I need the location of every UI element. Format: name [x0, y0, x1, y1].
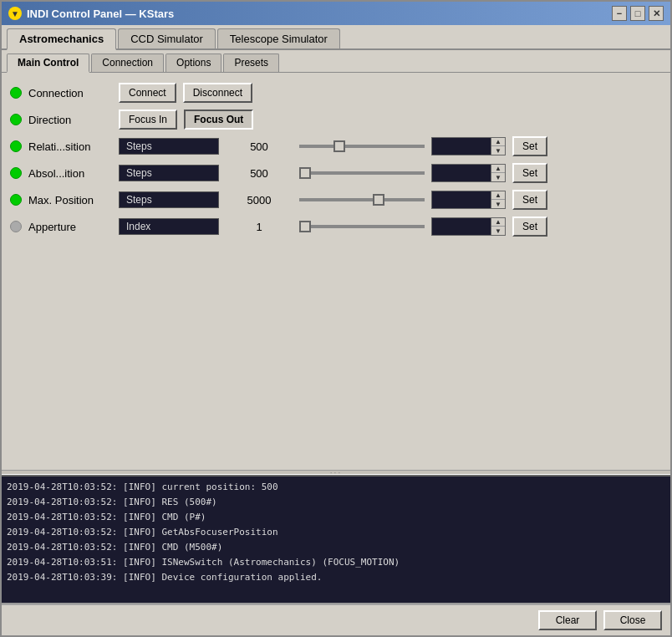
absolute-unit-dropdown[interactable]: Steps [119, 165, 219, 181]
apperture-spin-down[interactable]: ▼ [491, 227, 505, 235]
window-title: INDI Control Panel — KStars [27, 8, 174, 20]
content-area: Connection Connect Disconnect Direction … [2, 73, 670, 470]
tab-connection[interactable]: Connection [91, 54, 164, 72]
log-line-1: 2019-04-28T10:03:52: [INFO] RES (500#) [7, 495, 665, 510]
absolute-slider[interactable] [299, 171, 425, 175]
max-position-set-button[interactable]: Set [512, 190, 547, 210]
title-bar-left: ▼ INDI Control Panel — KStars [8, 7, 174, 20]
tab-presets[interactable]: Presets [223, 54, 279, 72]
absolute-spin-up[interactable]: ▲ [491, 165, 505, 173]
inner-tab-bar: Main Control Connection Options Presets [2, 50, 670, 73]
apperture-slider[interactable] [299, 225, 425, 228]
relative-spinbox-arrows: ▲ ▼ [491, 138, 505, 155]
log-line-4: 2019-04-28T10:03:52: [INFO] CMD (M500#) [7, 540, 665, 555]
max-position-spin-down[interactable]: ▼ [491, 200, 505, 208]
max-position-row: Max. Position Steps 5000 5000,00 ▲ ▼ Set [10, 188, 662, 211]
log-area: 2019-04-28T10:03:52: [INFO] current posi… [2, 475, 670, 604]
apperture-unit-dropdown[interactable]: Index [119, 218, 219, 235]
log-line-3: 2019-04-28T10:03:52: [INFO] GetAbsFocuse… [7, 525, 665, 540]
focus-out-button[interactable]: Focus Out [184, 110, 253, 130]
absolute-spinbox-input[interactable]: 0,000 [432, 166, 491, 181]
apperture-label: Apperture [28, 221, 112, 233]
app-icon: ▼ [8, 7, 22, 20]
apperture-status-dot [10, 221, 22, 232]
apperture-slider-container [299, 225, 425, 228]
apperture-value: 1 [226, 221, 293, 233]
title-bar-buttons: − □ ✕ [612, 6, 664, 21]
direction-status-dot [10, 114, 22, 125]
absolute-spinbox: 0,000 ▲ ▼ [431, 164, 506, 182]
relative-unit-dropdown[interactable]: Steps [119, 138, 219, 155]
relative-spin-down[interactable]: ▼ [491, 146, 505, 155]
absolute-slider-container [299, 171, 425, 175]
apperture-set-button[interactable]: Set [512, 217, 547, 237]
relative-label: Relati...sition [28, 140, 112, 153]
max-position-label: Max. Position [28, 194, 112, 206]
log-line-5: 2019-04-28T10:03:51: [INFO] ISNewSwitch … [7, 555, 665, 570]
log-line-6: 2019-04-28T10:03:39: [INFO] Device confi… [7, 570, 665, 585]
relative-slider[interactable] [299, 145, 425, 148]
apperture-spinbox-input[interactable]: 0,000 [432, 219, 491, 234]
connection-label: Connection [28, 87, 112, 99]
relative-slider-container [299, 145, 425, 148]
absolute-value: 500 [226, 167, 293, 180]
max-position-spin-up[interactable]: ▲ [491, 191, 505, 200]
max-position-status-dot [10, 194, 22, 206]
connection-status-dot [10, 87, 22, 99]
tab-telescope-simulator[interactable]: Telescope Simulator [217, 28, 340, 48]
apperture-spinbox-arrows: ▲ ▼ [491, 218, 505, 235]
tab-options[interactable]: Options [165, 54, 221, 72]
close-button[interactable]: Close [603, 610, 662, 630]
absolute-set-button[interactable]: Set [512, 163, 547, 183]
direction-label: Direction [28, 114, 112, 126]
relative-value: 500 [226, 140, 293, 153]
max-position-spinbox: 5000,00 ▲ ▼ [431, 191, 506, 209]
max-position-spinbox-input[interactable]: 5000,00 [432, 192, 491, 207]
apperture-spinbox: 0,000 ▲ ▼ [431, 217, 506, 236]
max-position-value: 5000 [226, 194, 293, 206]
direction-row: Direction Focus In Focus Out [10, 108, 662, 131]
absolute-status-dot [10, 167, 22, 179]
max-position-slider[interactable] [299, 198, 425, 201]
log-line-2: 2019-04-28T10:03:52: [INFO] CMD (P#) [7, 510, 665, 525]
absolute-row: Absol...ition Steps 500 0,000 ▲ ▼ Set [10, 161, 662, 185]
max-position-unit-dropdown[interactable]: Steps [119, 191, 219, 208]
minimize-button[interactable]: − [612, 6, 627, 21]
connection-row: Connection Connect Disconnect [10, 81, 662, 104]
absolute-spinbox-arrows: ▲ ▼ [491, 165, 505, 181]
connect-button[interactable]: Connect [119, 83, 176, 103]
absolute-spin-down[interactable]: ▼ [491, 173, 505, 181]
main-window: ▼ INDI Control Panel — KStars − □ ✕ Astr… [0, 0, 672, 637]
maximize-button[interactable]: □ [630, 6, 645, 21]
relative-spin-up[interactable]: ▲ [491, 138, 505, 146]
relative-set-button[interactable]: Set [512, 136, 547, 156]
relative-row: Relati...sition Steps 500 500,000 ▲ ▼ Se… [10, 135, 662, 158]
tab-ccd-simulator[interactable]: CCD Simulator [118, 28, 216, 48]
tab-main-control[interactable]: Main Control [7, 54, 89, 73]
relative-status-dot [10, 140, 22, 152]
tab-astromechanics[interactable]: Astromechanics [7, 28, 116, 50]
focus-in-button[interactable]: Focus In [119, 110, 177, 130]
apperture-spin-up[interactable]: ▲ [491, 218, 505, 227]
bottom-bar: Clear Close [2, 604, 670, 635]
top-tab-bar: Astromechanics CCD Simulator Telescope S… [2, 25, 670, 50]
disconnect-button[interactable]: Disconnect [183, 83, 252, 103]
log-line-0: 2019-04-28T10:03:52: [INFO] current posi… [7, 480, 665, 495]
relative-spinbox-input[interactable]: 500,000 [432, 139, 491, 154]
title-bar: ▼ INDI Control Panel — KStars − □ ✕ [2, 2, 670, 25]
max-position-spinbox-arrows: ▲ ▼ [491, 191, 505, 208]
close-window-button[interactable]: ✕ [649, 6, 664, 21]
apperture-row: Apperture Index 1 0,000 ▲ ▼ Set [10, 215, 662, 238]
relative-spinbox: 500,000 ▲ ▼ [431, 137, 506, 155]
clear-button[interactable]: Clear [538, 610, 597, 630]
max-position-slider-container [299, 198, 425, 201]
absolute-label: Absol...ition [28, 167, 112, 180]
